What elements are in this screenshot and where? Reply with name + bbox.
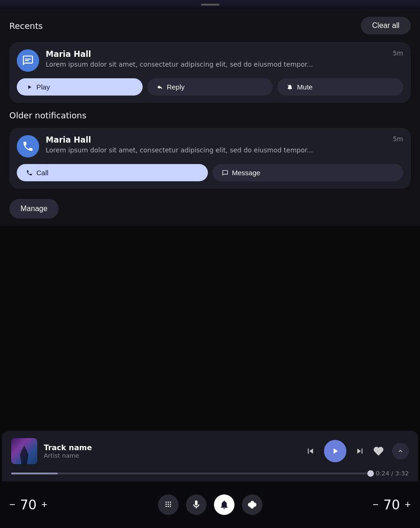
bottom-icons <box>158 494 262 515</box>
recent-notif-sender: Maria Hall <box>46 49 386 59</box>
older-notification-card: Maria Hall Lorem ipsum dolor sit amet, c… <box>9 128 411 189</box>
volume-right: − 70 + <box>372 497 411 513</box>
svg-point-2 <box>165 501 167 503</box>
time-display: 0:24 / 3:32 <box>376 470 409 477</box>
svg-rect-1 <box>25 60 29 61</box>
svg-point-3 <box>167 501 169 503</box>
expand-button[interactable] <box>392 443 409 459</box>
fan-icon <box>247 500 257 510</box>
dialpad-icon <box>163 500 173 510</box>
drag-handle <box>201 4 220 6</box>
call-button[interactable]: Call <box>17 164 208 181</box>
svg-point-4 <box>170 501 171 503</box>
heart-icon <box>373 446 384 456</box>
dialpad-button[interactable] <box>158 494 179 515</box>
progress-bar[interactable] <box>11 473 371 474</box>
volume-down-right[interactable]: − <box>372 499 379 511</box>
volume-up-right[interactable]: + <box>405 499 411 511</box>
mute-button[interactable]: Mute <box>277 78 403 96</box>
progress-fill <box>11 473 58 474</box>
mute-icon <box>287 84 293 90</box>
skip-next-icon <box>355 446 365 456</box>
bell-icon <box>219 500 229 510</box>
older-notifications-title: Older notifications <box>9 110 411 120</box>
fan-button[interactable] <box>242 494 262 515</box>
bottom-bar: − 70 + <box>0 481 420 528</box>
skip-previous-icon <box>305 446 316 456</box>
volume-up-left[interactable]: + <box>41 499 48 511</box>
volume-right-value: 70 <box>382 497 401 513</box>
svg-point-7 <box>170 504 171 505</box>
recent-notif-content: Maria Hall Lorem ipsum dolor sit amet, c… <box>46 49 386 69</box>
phone-app-icon <box>17 135 39 158</box>
notification-panel: Recents Clear all Maria Hall Lorem ipsum… <box>0 9 420 226</box>
svg-point-8 <box>165 506 167 507</box>
notifications-button[interactable] <box>214 494 234 515</box>
progress-thumb <box>367 470 374 477</box>
mic-icon <box>191 500 201 510</box>
older-notif-time: 5m <box>392 135 403 143</box>
track-name: Track name <box>44 443 299 452</box>
play-button[interactable]: Play <box>17 78 143 96</box>
clear-all-button[interactable]: Clear all <box>361 17 411 34</box>
svg-point-6 <box>167 504 169 505</box>
svg-point-9 <box>167 506 169 507</box>
svg-rect-0 <box>25 59 31 60</box>
media-controls <box>305 440 409 462</box>
microphone-button[interactable] <box>186 494 207 515</box>
play-pause-button[interactable] <box>324 440 346 462</box>
media-player: Track name Artist name 0:24 / <box>2 431 418 481</box>
next-button[interactable] <box>355 446 365 456</box>
recents-header: Recents Clear all <box>9 17 411 34</box>
older-notif-content: Maria Hall Lorem ipsum dolor sit amet, c… <box>46 135 386 155</box>
reply-button[interactable]: Reply <box>147 78 273 96</box>
volume-down-left[interactable]: − <box>9 499 15 511</box>
chevron-up-icon <box>397 447 404 455</box>
recent-notif-actions: Play Reply Mute <box>17 78 403 96</box>
album-art <box>11 438 37 464</box>
svg-point-10 <box>170 506 171 507</box>
older-notif-actions: Call Message <box>17 164 403 181</box>
message-app-icon <box>17 49 39 72</box>
volume-left: − 70 + <box>9 497 48 513</box>
recent-notif-time: 5m <box>392 49 403 57</box>
older-notif-body: Lorem ipsum dolor sit amet, consectetur … <box>46 146 386 155</box>
call-icon <box>26 170 33 176</box>
chat-icon <box>222 170 228 176</box>
message-icon <box>22 55 34 67</box>
track-info: Track name Artist name <box>44 443 299 459</box>
svg-point-5 <box>165 504 167 505</box>
play-pause-icon <box>330 446 340 456</box>
artist-name: Artist name <box>44 452 299 459</box>
recents-title: Recents <box>9 21 43 31</box>
like-button[interactable] <box>373 446 384 456</box>
older-notif-sender: Maria Hall <box>46 135 386 144</box>
play-icon <box>26 84 33 90</box>
manage-button[interactable]: Manage <box>9 199 59 219</box>
reply-icon <box>157 84 163 90</box>
phone-icon <box>22 140 34 152</box>
volume-left-value: 70 <box>19 497 38 513</box>
previous-button[interactable] <box>305 446 316 456</box>
message-button[interactable]: Message <box>213 164 404 181</box>
recent-notification-card: Maria Hall Lorem ipsum dolor sit amet, c… <box>9 42 411 103</box>
recent-notif-body: Lorem ipsum dolor sit amet, consectetur … <box>46 60 386 69</box>
progress-row: 0:24 / 3:32 <box>11 470 409 477</box>
